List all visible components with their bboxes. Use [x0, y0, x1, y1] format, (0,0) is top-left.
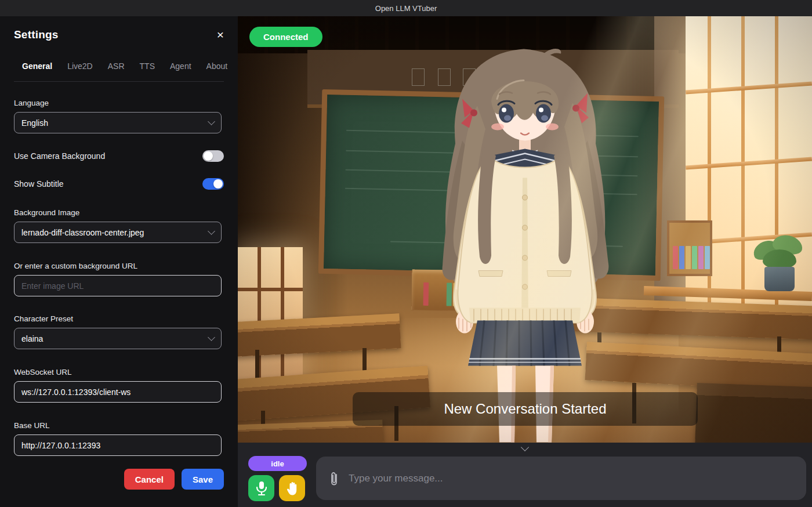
ai-state-label: idle [271, 459, 284, 468]
message-input-container[interactable] [316, 457, 806, 500]
base-url-label: Base URL [14, 421, 50, 430]
websocket-url-input[interactable] [21, 388, 214, 397]
show-subtitle-row: Show Subtitle [14, 178, 224, 190]
tab-tts[interactable]: TTS [140, 61, 155, 77]
camera-background-row: Use Camera Background [14, 150, 224, 162]
window-frame [686, 157, 812, 169]
main-panel: Connected New Conversation Started idle [238, 16, 812, 507]
window-frame [686, 81, 812, 94]
microphone-button[interactable] [248, 475, 274, 501]
book [673, 246, 678, 269]
character-preset-label: Character Preset [14, 314, 73, 323]
ai-state-badge: idle [248, 456, 307, 471]
show-subtitle-toggle[interactable] [202, 178, 224, 190]
message-input[interactable] [349, 473, 793, 484]
camera-background-label: Use Camera Background [14, 151, 105, 161]
tab-about[interactable]: About [206, 61, 228, 77]
settings-panel: Settings × General Live2D ASR TTS Agent … [0, 16, 238, 507]
microphone-icon [255, 481, 268, 496]
tab-asr[interactable]: ASR [108, 61, 125, 77]
tab-general[interactable]: General [22, 61, 52, 77]
toggle-knob [204, 151, 213, 161]
settings-header: Settings × [14, 27, 224, 43]
settings-tabs: General Live2D ASR TTS Agent About [22, 61, 224, 77]
settings-actions: Cancel Save [124, 469, 224, 490]
raised-hand-icon [285, 481, 299, 496]
vtuber-character-live2d[interactable] [409, 36, 641, 443]
tab-agent[interactable]: Agent [170, 61, 191, 77]
subtitle-overlay: New Conversation Started [353, 392, 698, 426]
language-select[interactable]: English [14, 112, 222, 133]
chevron-down-icon [208, 334, 215, 341]
settings-title: Settings [14, 28, 59, 41]
subtitle-text: New Conversation Started [444, 401, 606, 417]
bottom-control-panel: idle [238, 443, 812, 507]
websocket-url-label: WebSocket URL [14, 368, 72, 376]
custom-background-url-field[interactable] [14, 275, 222, 296]
paperclip-icon [329, 471, 339, 486]
cancel-button[interactable]: Cancel [124, 469, 175, 490]
base-url-input[interactable] [21, 441, 214, 450]
tabs-divider [14, 81, 224, 82]
character-preset-select[interactable]: elaina [14, 328, 222, 349]
titlebar: Open LLM VTuber [0, 0, 812, 16]
chevron-down-icon [208, 118, 215, 125]
show-subtitle-label: Show Subtitle [14, 179, 64, 189]
base-url-field[interactable] [14, 434, 222, 456]
book [705, 246, 710, 269]
tab-live2d[interactable]: Live2D [67, 61, 93, 77]
plant-pot [764, 267, 795, 291]
book [679, 246, 684, 269]
toggle-knob [213, 179, 223, 189]
window-frame [238, 288, 303, 291]
desk-front-right [695, 383, 812, 443]
chevron-down-icon [208, 227, 215, 235]
interrupt-hand-button[interactable] [279, 475, 305, 501]
book [686, 246, 691, 269]
vtuber-stage[interactable]: Connected New Conversation Started [238, 16, 812, 443]
camera-background-toggle[interactable] [202, 150, 224, 162]
book [698, 246, 704, 269]
language-label: Language [14, 99, 49, 107]
save-button[interactable]: Save [182, 469, 224, 490]
chevron-down-icon [521, 443, 529, 451]
book [692, 246, 697, 269]
bookshelf [667, 220, 712, 276]
custom-background-url-input[interactable] [21, 281, 214, 291]
connection-status-label: Connected [263, 32, 309, 42]
custom-background-url-label: Or enter a custom background URL [14, 262, 137, 270]
app-title: Open LLM VTuber [375, 4, 437, 13]
background-image-select[interactable]: lernado-diff-classroom-center.jpeg [14, 222, 222, 243]
character-preset-value: elaina [21, 334, 43, 343]
app-window: Open LLM VTuber [0, 0, 812, 507]
close-icon[interactable]: × [217, 29, 224, 41]
connection-status-badge: Connected [249, 27, 322, 47]
websocket-url-field[interactable] [14, 381, 222, 403]
language-value: English [21, 118, 48, 128]
collapse-panel-button[interactable] [238, 444, 812, 453]
plant-leaf [763, 249, 796, 269]
background-image-value: lernado-diff-classroom-center.jpeg [21, 228, 144, 237]
background-image-label: Background Image [14, 208, 79, 217]
